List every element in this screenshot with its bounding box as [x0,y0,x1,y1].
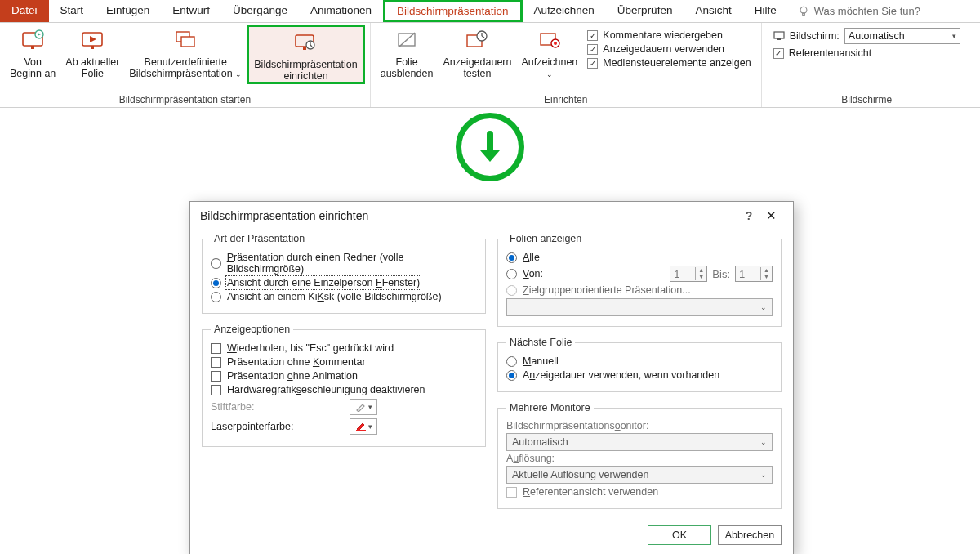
tab-entwurf[interactable]: Entwurf [161,0,221,22]
advance-legend: Nächste Folie [506,337,575,348]
chk-no-narration[interactable]: Präsentation ohne Kommentar [211,356,477,368]
annotation-arrow [0,108,980,186]
radio-use-timings[interactable]: Anzeigedauer verwenden, wenn vorhanden [506,369,773,381]
dialog-buttons: OK Abbrechen [190,519,793,554]
resolution-label: Auflösung: [506,453,773,464]
ribbon-body: Von Beginn an Ab aktueller Folie Benutze… [0,23,980,108]
pen-icon [355,402,367,412]
btn-from-beginning[interactable]: Von Beginn an [5,25,60,79]
svg-rect-1 [802,12,804,15]
monitor-icon [773,31,785,41]
svg-rect-12 [303,47,306,50]
ribbon-tabs: Datei Start Einfügen Entwurf Übergänge A… [0,0,980,23]
tab-einfuegen[interactable]: Einfügen [95,0,161,22]
btn-from-current[interactable]: Ab aktueller Folie [60,25,124,79]
chk-no-animation[interactable]: Präsentation ohne Animation [211,370,477,382]
tab-datei[interactable]: Datei [0,0,49,22]
setup-slideshow-icon [292,30,318,56]
chk-presenter-view[interactable]: Referentenansicht [773,47,960,59]
tell-me[interactable]: Was möchten Sie tun? [788,0,930,22]
monitor-select-dialog[interactable]: Automatisch⌄ [506,433,773,451]
show-type-legend: Art der Präsentation [211,233,308,244]
setup-checkboxes: Kommentare wiedergeben Anzeigedauern ver… [582,25,755,69]
chk-use-timings[interactable]: Anzeigedauern verwenden [587,43,751,55]
tab-bildschirmpraesentation[interactable]: Bildschirmpräsentation [383,0,523,22]
dialog-setup-slideshow: Bildschirmpräsentation einrichten ? ✕ Ar… [189,201,794,554]
chevron-down-icon: ▾ [952,32,956,40]
svg-point-24 [554,42,557,45]
svg-rect-7 [91,46,94,49]
dialog-right-col: Folien anzeigen Alle Von: 1▲▼ Bis: 1▲▼ Z… [497,233,782,516]
lightbulb-icon [798,6,809,17]
btn-hide-slide-label: Folie ausblenden [381,56,434,79]
btn-custom-slideshow[interactable]: Benutzerdefinierte Bildschirmpräsentatio… [124,25,247,80]
laser-icon [355,422,367,431]
btn-setup-slideshow[interactable]: Bildschirmpräsentation einrichten [247,25,364,84]
tab-animationen[interactable]: Animationen [299,0,383,22]
btn-record[interactable]: Aufzeichnen⌄ [516,25,582,80]
svg-marker-28 [480,150,500,162]
svg-rect-25 [774,32,784,38]
chk-play-narrations[interactable]: Kommentare wiedergeben [587,29,751,41]
btn-hide-slide[interactable]: Folie ausblenden [376,25,439,79]
btn-record-label: Aufzeichnen⌄ [521,56,577,80]
group-einrichten: Folie ausblenden Anzeigedauern testen Au… [371,23,762,107]
radio-from-to[interactable]: Von: [506,268,543,279]
chk-presenter-view-dialog: Referentenansicht verwenden [506,486,773,498]
btn-rehearse-timings-label: Anzeigedauern testen [443,56,511,79]
tell-me-label: Was möchten Sie tun? [814,5,920,17]
group-start-slideshow: Von Beginn an Ab aktueller Folie Benutze… [0,23,371,107]
custom-show-select: ⌄ [506,298,773,316]
custom-slideshow-icon [172,28,198,54]
hide-slide-icon [394,28,420,54]
svg-rect-26 [777,38,781,40]
radio-kiosk[interactable]: Ansicht an einem KiKsk (volle Bildschirm… [211,291,477,302]
cancel-button[interactable]: Abbrechen [718,525,782,545]
chk-disable-hw-accel[interactable]: Hardwaregrafikseschleunigung deaktiviere… [211,384,477,395]
chk-media-controls[interactable]: Mediensteuerelemente anzeigen [587,57,751,69]
svg-line-17 [399,33,415,47]
from-beginning-icon [20,28,46,54]
svg-rect-10 [181,37,194,47]
svg-rect-5 [31,46,34,49]
options-legend: Anzeigeoptionen [211,324,293,335]
dialog-title: Bildschirmpräsentation einrichten [200,209,739,222]
arrow-down-icon [472,129,508,165]
radio-all-slides[interactable]: Alle [506,252,773,263]
chk-loop-esc[interactable]: Wiederholen, bis "Esc" gedrückt wird [211,342,477,354]
svg-rect-29 [356,430,366,431]
tab-hilfe[interactable]: Hilfe [743,0,788,22]
spin-from[interactable]: 1▲▼ [670,266,707,282]
ok-button[interactable]: OK [648,525,711,545]
fieldset-show-type: Art der Präsentation Präsentation durch … [202,233,486,314]
tab-ueberpruefen[interactable]: Überprüfen [606,0,684,22]
rehearse-timings-icon [464,28,490,54]
tab-uebergaenge[interactable]: Übergänge [221,0,299,22]
tab-start[interactable]: Start [49,0,96,22]
tab-aufzeichnen[interactable]: Aufzeichnen [523,0,606,22]
group-start-slideshow-label: Bildschirmpräsentation starten [119,92,251,107]
dialog-titlebar: Bildschirmpräsentation einrichten ? ✕ [190,202,793,230]
from-current-icon [79,28,105,54]
dialog-close-button[interactable]: ✕ [759,208,783,223]
btn-from-current-label: Ab aktueller Folie [65,56,119,79]
group-monitors-label: Bildschirme [841,92,892,107]
radio-browsed-individual[interactable]: Ansicht durch eine Einzelperson FFenster… [211,277,477,288]
dialog-left-col: Art der Präsentation Präsentation durch … [202,233,486,516]
dialog-help-button[interactable]: ? [739,209,759,222]
spin-to[interactable]: 1▲▼ [735,266,773,282]
fieldset-show-slides: Folien anzeigen Alle Von: 1▲▼ Bis: 1▲▼ Z… [497,233,782,327]
radio-manual[interactable]: Manuell [506,355,773,367]
monitors-legend: Mehrere Monitore [506,402,594,413]
record-icon [537,28,563,54]
pen-color-picker[interactable]: ▾ [350,399,377,415]
laser-color-picker[interactable]: ▾ [350,418,377,435]
radio-presented-by-speaker[interactable]: Präsentation durch einen Redner (volle B… [211,252,477,275]
slides-legend: Folien anzeigen [506,233,585,244]
btn-rehearse-timings[interactable]: Anzeigedauern testen [438,25,516,79]
radio-custom-show: Zielgruppenorientierte Präsentation... [506,284,773,296]
monitor-select[interactable]: Automatisch▾ [844,28,960,44]
svg-point-0 [800,7,807,13]
tab-ansicht[interactable]: Ansicht [684,0,742,22]
btn-from-beginning-label: Von Beginn an [10,56,56,79]
